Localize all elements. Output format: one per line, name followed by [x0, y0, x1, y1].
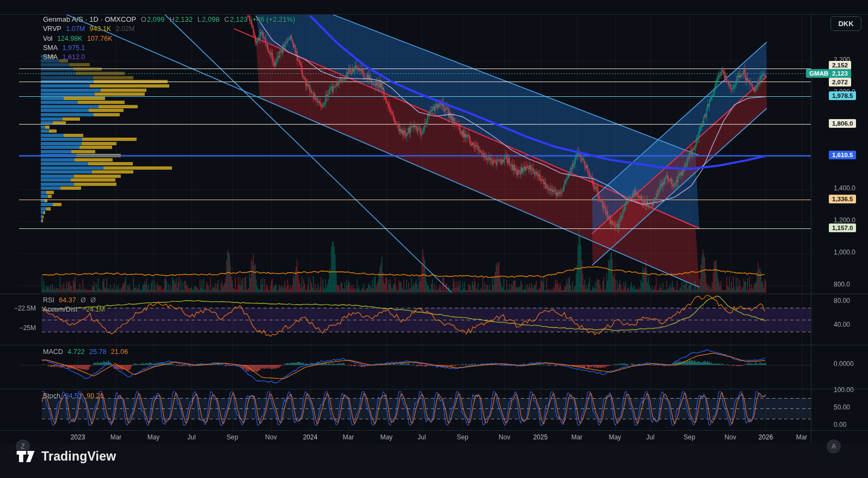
price-label: 1,000.0 [834, 249, 855, 256]
rsi-hidden-value-1: Ø [81, 296, 86, 304]
time-label: Jul [646, 433, 654, 441]
vrvp-label: VRVP [43, 25, 61, 33]
rsi-value: 64.37 [59, 296, 76, 304]
time-label: Mar [796, 433, 808, 441]
macd-line-value: 25.78 [89, 348, 106, 356]
sma-fast-value: 1,975.1 [63, 44, 85, 52]
left-axis-label: −25M [0, 324, 36, 332]
volume-label: Vol [43, 35, 52, 42]
macd-hist-value: 4.722 [67, 348, 84, 356]
time-label: 2026 [759, 433, 773, 441]
price-label: 1,400.0 [834, 184, 855, 192]
time-label: 2025 [533, 433, 548, 441]
low-key: L [198, 15, 201, 23]
price-label: 2,072 [829, 78, 851, 86]
symbol-price-tag: GMAB [806, 69, 832, 78]
stoch-label: Stoch [43, 392, 60, 400]
sma-slow-value: 1,612.0 [63, 53, 85, 61]
volume-legend-row[interactable]: Vol 124.98K 107.76K [43, 35, 115, 42]
open-key: O [141, 15, 146, 23]
time-label: Nov [724, 433, 736, 441]
price-label: 0.00 [834, 421, 846, 429]
sma-slow-label: SMA [43, 53, 58, 61]
accum-dist-value: −24.1M [82, 306, 105, 313]
close-key: C [224, 15, 229, 23]
macd-label: MACD [43, 348, 63, 356]
macd-legend-row[interactable]: MACD 4.722 25.78 21.06 [43, 348, 131, 356]
vrvp-value-2: 943.1K [90, 25, 112, 33]
stoch-k-value: 94.51 [65, 392, 82, 400]
time-label: Mar [571, 433, 583, 441]
tradingview-chart-app: savepiginvest created with TradingView.c… [0, 0, 868, 478]
price-label: 1,200.0 [834, 216, 855, 224]
price-label: 1,978.5 [829, 91, 856, 100]
autoscale-button[interactable]: A [827, 439, 841, 454]
time-label: Sep [457, 433, 468, 441]
stoch-d-value: 90.21 [87, 392, 103, 400]
vrvp-legend-row[interactable]: VRVP 1.07M 943.1K 2.02M [43, 25, 137, 33]
price-label: 2,123 [829, 69, 851, 78]
time-label: May [609, 433, 621, 441]
price-label: 80.00 [834, 297, 850, 305]
vrvp-value-1: 1.07M [66, 25, 85, 33]
tradingview-logo-icon [15, 449, 36, 464]
volume-value-1: 124.98K [57, 35, 83, 42]
close-value: 2,123 [230, 15, 248, 23]
price-label: 1,157.0 [829, 224, 856, 232]
price-label: 800.0 [834, 281, 850, 288]
price-label: 50.00 [834, 403, 850, 411]
time-label: Nov [498, 433, 510, 441]
time-label: Nov [265, 433, 276, 441]
rsi-label: RSI [43, 296, 54, 304]
time-label: May [147, 433, 160, 441]
stoch-legend-row[interactable]: Stoch 94.51 90.21 [43, 392, 107, 400]
time-label: 2024 [303, 433, 318, 441]
price-chart-canvas[interactable] [0, 0, 868, 444]
sma-fast-legend-row[interactable]: SMA 1,975.1 [43, 44, 88, 52]
rsi-hidden-value-2: Ø [90, 296, 96, 304]
accum-dist-legend-row[interactable]: Accum/Dist −24.1M [43, 306, 108, 313]
time-label: Jul [417, 433, 426, 441]
price-label: 1,806.0 [829, 119, 856, 128]
left-axis-label: −22.5M [0, 305, 36, 312]
tradingview-logo-text: TradingView [41, 449, 116, 464]
accum-dist-label: Accum/Dist [43, 306, 77, 313]
time-label: Jul [187, 433, 195, 441]
price-label: 40.00 [834, 321, 850, 328]
sma-fast-label: SMA [43, 44, 58, 52]
price-label: 1,336.5 [829, 195, 856, 203]
time-label: Sep [226, 433, 238, 441]
change-value: +46 (+2.21%) [253, 15, 296, 23]
high-key: H [169, 15, 174, 23]
volume-value-2: 107.76K [87, 35, 113, 42]
symbol-title: Genmab A/S · 1D · OMXCOP [43, 15, 136, 23]
price-label: 1,610.5 [829, 151, 856, 159]
time-label: Mar [110, 433, 122, 441]
price-label: 2,152 [829, 61, 851, 70]
open-value: 2,099 [147, 15, 165, 23]
price-label: 100.00 [834, 386, 854, 394]
rsi-legend-row[interactable]: RSI 64.37 Ø Ø [43, 296, 99, 304]
macd-signal-value: 21.06 [111, 348, 128, 356]
high-value: 2,132 [175, 15, 193, 23]
time-label: Sep [684, 433, 695, 441]
sma-slow-legend-row[interactable]: SMA 1,612.0 [43, 53, 88, 61]
time-label: Mar [343, 433, 354, 441]
vrvp-value-3: 2.02M [116, 25, 135, 33]
price-label: 0.0000 [834, 360, 854, 368]
currency-button[interactable]: DKK [830, 16, 861, 31]
time-label: May [380, 433, 393, 441]
tradingview-logo[interactable]: TradingView [15, 449, 116, 464]
time-label: 2023 [71, 433, 85, 441]
low-value: 2,098 [202, 15, 220, 23]
symbol-legend-row[interactable]: Genmab A/S · 1D · OMXCOP O2,099 H2,132 L… [43, 15, 298, 23]
